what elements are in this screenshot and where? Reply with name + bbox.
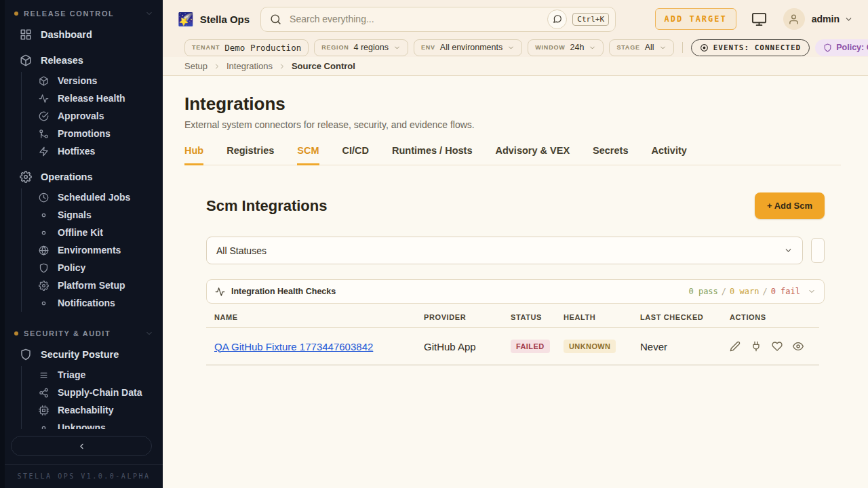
sidebar-item-triage[interactable]: Triage [22,366,163,384]
breadcrumb-setup[interactable]: Setup [184,61,208,71]
sidebar-item-operations[interactable]: Operations [5,167,163,187]
sidebar-item-label: Operations [41,171,93,182]
sidebar-item-policy[interactable]: Policy [22,259,163,277]
last-checked-value: Never [640,341,667,352]
sidebar-item-signals[interactable]: Signals [22,206,163,224]
git-merge-icon [39,129,49,139]
chevron-left-icon [77,442,86,451]
app-name: Stella Ops [200,14,250,25]
tab-activity[interactable]: Activity [651,145,686,165]
events-status-pill[interactable]: EVENTS: CONNECTED [691,39,810,56]
breadcrumb-integrations[interactable]: Integrations [226,61,273,71]
username: admin [812,14,840,24]
events-status-text: EVENTS: CONNECTED [713,43,802,52]
tenant-chip[interactable]: TENANT Demo Production [184,39,309,56]
sidebar-item-hotfixes[interactable]: Hotfixes [22,142,163,160]
shooting-star-logo-icon: 🌠 [178,13,194,26]
edit-pencil-icon[interactable] [730,341,741,352]
chevron-down-icon [659,44,667,52]
chevron-down-icon [784,246,793,255]
separator: / [762,287,767,296]
chevron-down-icon [393,44,401,52]
sidebar-item-reachability[interactable]: Reachability [22,401,163,419]
sidebar-item-promotions[interactable]: Promotions [22,125,163,142]
tab-runtimes-hosts[interactable]: Runtimes / Hosts [392,145,472,165]
sidebar-item-approvals[interactable]: Approvals [22,107,163,125]
pass-count: 0 pass [688,287,717,296]
sidebar-item-scheduled-jobs[interactable]: Scheduled Jobs [22,188,163,206]
cpu-icon [39,405,49,415]
tab-advisory-vex[interactable]: Advisory & VEX [495,145,570,165]
policy-pill[interactable]: Policy: Core Policy Pack latest [815,39,868,56]
sidebar-item-unknowns[interactable]: Unknowns [22,419,163,429]
assistant-chat-button[interactable] [547,9,567,29]
main-area: 🌠 Stella Ops Ctrl+K ADD TARGET admin TEN… [163,0,868,488]
tab-secrets[interactable]: Secrets [593,145,628,165]
zap-icon [39,146,49,157]
tab-scm[interactable]: SCM [297,145,319,165]
sidebar-item-release-health[interactable]: Release Health [22,89,163,107]
provider-value: GitHub App [424,341,476,352]
sidebar-item-supply-chain-data[interactable]: Supply-Chain Data [22,384,163,401]
sidebar-item-platform-setup[interactable]: Platform Setup [22,277,163,294]
releases-sublist: Versions Release Health Approvals Promot… [21,72,163,160]
view-eye-icon[interactable] [793,341,804,352]
operations-sublist: Scheduled Jobs Signals Offline Kit Envir… [21,188,163,312]
heart-icon[interactable] [772,341,783,352]
divider [682,42,683,53]
sidebar-item-dashboard[interactable]: Dashboard [5,24,163,45]
user-menu[interactable]: admin [783,8,853,30]
breadcrumb-source-control: Source Control [292,61,355,71]
col-health: HEALTH [564,304,640,328]
dot-icon [39,423,49,430]
sidebar-item-label: Offline Kit [58,227,103,238]
sidebar-item-label: Triage [58,369,85,380]
dot-icon [39,210,49,220]
clock-icon [39,192,49,203]
tab-bar: Hub Registries SCM CI/CD Runtimes / Host… [184,145,841,165]
window-chip[interactable]: WINDOW 24h [528,39,604,56]
region-chip[interactable]: REGION 4 regions [314,39,408,56]
add-scm-button[interactable]: + Add Scm [755,192,825,219]
globe-icon [39,245,49,256]
tab-hub[interactable]: Hub [184,145,203,165]
search-shortcut-badge: Ctrl+K [572,13,609,26]
sidebar-item-releases[interactable]: Releases [5,50,163,70]
page-subtitle: External system connectors for release, … [184,119,841,130]
tab-cicd[interactable]: CI/CD [342,145,369,165]
side-panel-toggle[interactable] [811,238,825,263]
sidebar-item-label: Releases [41,55,83,66]
sidebar-item-security-posture[interactable]: Security Posture [5,344,163,365]
sidebar-item-label: Promotions [58,128,111,139]
status-filter-select[interactable]: All Statuses [206,237,803,264]
sidebar-item-offline-kit[interactable]: Offline Kit [22,224,163,241]
region-label: REGION [321,44,349,51]
monitor-icon[interactable] [751,12,767,27]
activity-icon [215,287,225,297]
sidebar-section-release-control[interactable]: RELEASE CONTROL [5,5,163,22]
table-row: QA GitHub Fixture 1773447603842 GitHub A… [206,328,819,365]
sidebar-section-security-audit[interactable]: SECURITY & AUDIT [5,325,163,342]
sidebar-item-environments[interactable]: Environments [22,241,163,259]
test-connection-plug-icon[interactable] [751,341,762,352]
global-search[interactable]: Ctrl+K [260,7,616,32]
sidebar-collapse-button[interactable] [11,436,152,456]
sidebar-item-versions[interactable]: Versions [22,72,163,89]
avatar [783,8,805,30]
app-version: STELLA OPS V1.0.0-ALPHA [5,464,163,488]
stage-label: STAGE [616,44,639,51]
col-actions: ACTIONS [730,304,819,328]
env-chip[interactable]: ENV All environments [414,39,522,56]
status-badge: FAILED [511,340,550,353]
sidebar-bottom: STELLA OPS V1.0.0-ALPHA [5,429,163,488]
fail-count: 0 fail [771,287,800,296]
integration-name-link[interactable]: QA GitHub Fixture 1773447603842 [214,341,373,352]
region-value: 4 regions [354,43,389,52]
brand[interactable]: 🌠 Stella Ops [178,13,250,26]
sidebar-item-notifications[interactable]: Notifications [22,294,163,312]
health-checks-panel[interactable]: Integration Health Checks 0 pass / 0 war… [206,279,825,304]
tab-registries[interactable]: Registries [226,145,274,165]
search-input[interactable] [290,14,547,24]
add-target-button[interactable]: ADD TARGET [655,8,736,30]
stage-chip[interactable]: STAGE All [609,39,673,56]
